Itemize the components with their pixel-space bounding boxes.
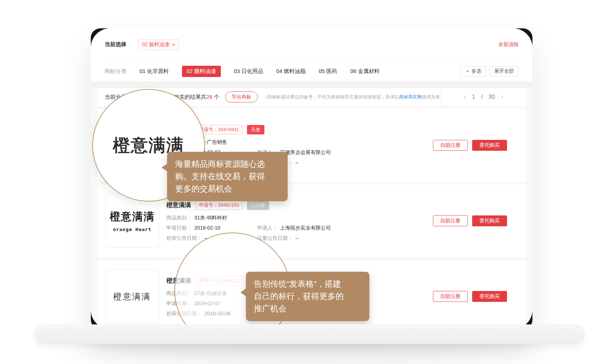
filter-toolbar: 当前选择 02 颜料油漆 × 全部清除 商标分类 01 化学原料 02 颜料油漆…: [91, 28, 532, 81]
category-item-04[interactable]: 04 燃料油脂: [276, 68, 306, 75]
total-pages: 30: [489, 94, 495, 100]
tooltip-line: 更多的交易机会: [175, 183, 280, 195]
tooltip-line: 海量精品商标资源随心选: [175, 158, 280, 170]
category-filter-row: 商标分类 01 化学原料 02 颜料油漆 03 日化用品 04 燃料油脂 05 …: [105, 61, 519, 81]
field-label: 注册公告日期：: [257, 235, 293, 242]
callout-tooltip-promotion: 告别传统“发表格”，搭建 自己的标行，获得更多的 推广机会: [246, 272, 369, 321]
entrust-buy-button[interactable]: 委托购买: [472, 291, 507, 302]
reg-pub-field: 注册公告日期：–: [257, 235, 298, 242]
expand-all-button[interactable]: 展开全部: [490, 66, 519, 77]
multi-select-button[interactable]: ＋ 多选: [461, 66, 486, 77]
self-register-button[interactable]: 自助注册: [433, 291, 468, 302]
tooltip-arrow-icon: [162, 163, 167, 171]
row-actions: 自助注册 委托购买: [433, 215, 507, 226]
application-number-value: 29474941: [218, 127, 239, 132]
export-trademarks-button[interactable]: 导出商标: [225, 92, 258, 102]
field-line: 申请日期：2018-02-10 申请人：上海雨步实业有限公司: [166, 225, 406, 231]
category-item-03[interactable]: 03 日化用品: [234, 68, 263, 75]
trademark-image: 橙意满满 orange Heart: [105, 194, 159, 248]
category-field: 商品类别：31类-饲料种籽: [166, 215, 227, 221]
trademark-name: 橙意满满: [166, 201, 191, 209]
category-item-06[interactable]: 06 金属材料: [350, 68, 380, 75]
current-selection-label: 当前选择: [105, 41, 126, 48]
category-actions: ＋ 多选 展开全部: [461, 66, 519, 77]
self-register-button[interactable]: 自助注册: [433, 215, 468, 226]
status-badge: 无效: [247, 125, 264, 134]
prev-page-icon[interactable]: ‹: [463, 93, 466, 101]
field-label: 商品类别：: [166, 215, 192, 221]
device-frame: 当前选择 02 颜料油漆 × 全部清除 商标分类 01 化学原料 02 颜料油漆…: [91, 28, 532, 329]
selected-filter-tag[interactable]: 02 颜料油漆 ×: [138, 39, 179, 50]
entrust-buy-button[interactable]: 委托购买: [472, 215, 507, 226]
trademark-image-subtext: orange Heart: [113, 227, 151, 232]
date-field: 申请日期：2018-02-10: [166, 225, 257, 231]
field-value: –: [295, 159, 298, 166]
category-item-02-active[interactable]: 02 颜料油漆: [182, 66, 221, 77]
trademark-title-line: 橙意满满 申请号：29482153 已注册: [166, 201, 406, 210]
tooltip-line: 告别传统“发表格”，搭建: [254, 278, 361, 290]
current-page: 1: [472, 94, 475, 100]
field-value: 安徽美达会展有限公司: [280, 149, 331, 156]
trademark-details: 橙意满满 申请号：29482153 已注册 商品类别：31类-饲料种籽 申请日期…: [166, 201, 406, 242]
callout-tooltip-marketplace: 海量精品商标资源随心选 购。支持在线交易，获得 更多的交易机会: [167, 152, 288, 201]
field-value: 2018-02-10: [194, 225, 220, 231]
device-base: [35, 324, 585, 344]
field-line: 商品类别：31类-饲料种籽: [166, 215, 406, 221]
category-item-01[interactable]: 01 化学原料: [139, 68, 169, 75]
current-selection-row: 当前选择 02 颜料油漆 × 全部清除: [105, 28, 519, 61]
pagination: ‹ 1 / 30 ›: [441, 88, 526, 106]
browser-window: 当前选择 02 颜料油漆 × 全部清除 商标分类 01 化学原料 02 颜料油漆…: [91, 28, 532, 329]
results-count-suffix: 个: [212, 94, 219, 100]
applicant-field: 申请人：上海雨步实业有限公司: [257, 225, 331, 231]
multi-select-label: 多选: [471, 68, 481, 74]
category-filter-label: 商标分类: [105, 68, 126, 75]
trademark-image-text: 橙意满满: [110, 210, 155, 224]
disclaimer-note: （商标检索结果仅供参考，不作为商标能否注册的法律依据；具体以商标局官网查询为准。…: [263, 94, 441, 100]
tooltip-arrow-icon: [240, 288, 246, 296]
application-number-value: 29482153: [218, 202, 239, 208]
disclaimer-suffix: 查询为准。）: [422, 94, 441, 100]
status-badge: 已注册: [247, 201, 269, 210]
trademark-image: 橙意满满: [105, 270, 159, 323]
close-icon[interactable]: ×: [172, 42, 175, 47]
field-label: 申请人：: [257, 225, 277, 231]
application-number-tag: 申请号：29482153: [195, 201, 243, 210]
application-number-label: 申请号：: [199, 202, 218, 208]
row-actions: 自助注册 委托购买: [433, 291, 507, 302]
plus-icon: ＋: [465, 68, 470, 74]
next-page-icon[interactable]: ›: [501, 93, 503, 101]
tooltip-line: 购。支持在线交易，获得: [175, 170, 280, 183]
trademark-office-link[interactable]: 商标局官网: [399, 94, 422, 100]
field-label: 初审公告日期：: [166, 235, 202, 242]
category-item-05[interactable]: 05 医药: [319, 68, 337, 75]
page-separator: /: [481, 94, 482, 100]
clear-all-button[interactable]: 全部清除: [498, 41, 519, 48]
field-value: –: [295, 235, 298, 242]
entrust-buy-button[interactable]: 委托购买: [472, 140, 507, 151]
row-actions: 自助注册 委托购买: [433, 140, 507, 151]
field-label: 申请日期：: [166, 225, 192, 231]
results-count: 28: [206, 94, 212, 100]
tooltip-line: 自己的标行，获得更多的: [254, 290, 361, 303]
field-value: 31类-饲料种籽: [194, 215, 227, 221]
self-register-button[interactable]: 自助注册: [433, 140, 468, 151]
section-divider: [91, 81, 532, 88]
disclaimer-prefix: （商标检索结果仅供参考，不作为商标能否注册的法律依据；具体以: [263, 94, 399, 100]
tooltip-line: 推广机会: [254, 303, 361, 315]
selected-filter-tag-label: 02 颜料油漆: [142, 41, 169, 48]
trademark-image-text: 橙意满满: [113, 291, 151, 302]
field-value: 上海雨步实业有限公司: [280, 225, 331, 231]
